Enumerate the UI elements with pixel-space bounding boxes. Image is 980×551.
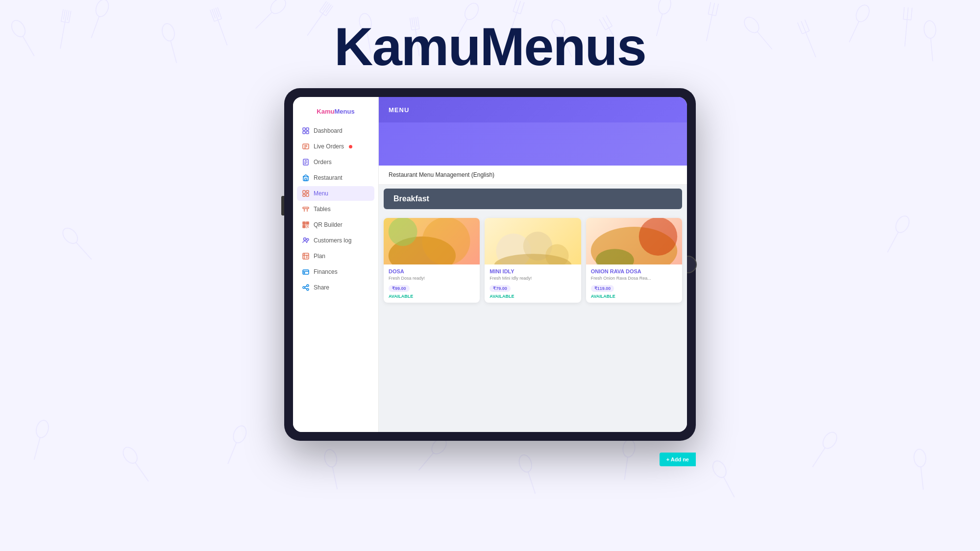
menu-item-card-rava-dosa[interactable]: ONION RAVA DOSA Fresh Onion Rava Dosa Re… <box>586 218 682 303</box>
orders-icon <box>302 143 310 150</box>
tablet-frame: KamuMenus Da <box>284 88 696 441</box>
svg-rect-129 <box>303 270 309 274</box>
menu-item-desc-idly: Fresh Mini Idly ready! <box>490 276 576 281</box>
svg-rect-91 <box>306 128 309 130</box>
menu-item-name-idly: MINI IDLY <box>490 268 576 274</box>
page-wrapper: KamuMenus KamuMenus <box>0 0 980 551</box>
clipboard-icon <box>302 158 310 166</box>
sidebar-item-menu[interactable]: Menu <box>297 186 374 201</box>
sidebar-logo: KamuMenus <box>293 105 378 123</box>
menu-item-price-rava-dosa: ₹119.00 <box>591 285 614 292</box>
sidebar-item-label-plan: Plan <box>314 253 325 260</box>
menu-item-info-rava-dosa: ONION RAVA DOSA Fresh Onion Rava Dosa Re… <box>586 264 682 303</box>
menu-item-status-idly: AVAILABLE <box>490 294 576 299</box>
sidebar-item-label-customers-log: Customers log <box>314 237 351 244</box>
svg-rect-115 <box>307 223 308 224</box>
tablet-power-button <box>281 196 284 216</box>
sidebar-item-orders[interactable]: Orders <box>297 155 374 169</box>
svg-point-123 <box>307 239 309 240</box>
menu-item-price-dosa: ₹99.00 <box>389 285 410 292</box>
menu-item-price-idly: ₹79.00 <box>490 285 511 292</box>
sidebar-item-label-restaurant: Restaurant <box>314 174 343 181</box>
building-icon <box>302 174 310 182</box>
menu-item-info-idly: MINI IDLY Fresh Mini Idly ready! ₹79.00 … <box>485 264 581 303</box>
sidebar-item-dashboard[interactable]: Dashboard <box>297 123 374 138</box>
sidebar-item-label-orders: Orders <box>314 159 332 166</box>
svg-rect-116 <box>304 226 305 227</box>
menu-item-image-idly <box>485 218 581 264</box>
svg-rect-114 <box>304 223 305 224</box>
sidebar-item-label-dashboard: Dashboard <box>314 127 343 134</box>
svg-rect-90 <box>303 128 305 130</box>
sidebar-item-tables[interactable]: Tables <box>297 202 374 216</box>
header-bar: MENU <box>379 97 687 122</box>
sidebar-item-customers-log[interactable]: Customers log <box>297 233 374 248</box>
menu-item-image-dosa <box>384 218 480 264</box>
sidebar-navigation: Dashboard Live Orders <box>293 123 378 295</box>
sidebar-item-finances[interactable]: Finances <box>297 264 374 279</box>
svg-point-122 <box>304 238 306 240</box>
menu-item-desc-dosa: Fresh Dosa ready! <box>389 276 475 281</box>
svg-rect-104 <box>303 191 305 193</box>
brand-title: KamuMenus <box>334 20 646 73</box>
header-sub-area: + Add ne <box>379 122 687 166</box>
menu-icon <box>302 190 310 197</box>
svg-point-134 <box>307 288 309 290</box>
category-header: Breakfast <box>384 189 682 209</box>
menu-item-desc-rava-dosa: Fresh Onion Rava Dosa Rea... <box>591 276 677 281</box>
menu-item-info-dosa: DOSA Fresh Dosa ready! ₹99.00 AVAILABLE <box>384 264 480 303</box>
svg-point-131 <box>304 272 305 273</box>
sidebar-item-qr-builder[interactable]: QR Builder <box>297 217 374 232</box>
menu-item-card-dosa[interactable]: DOSA Fresh Dosa ready! ₹99.00 AVAILABLE <box>384 218 480 303</box>
menu-item-card-idly[interactable]: MINI IDLY Fresh Mini Idly ready! ₹79.00 … <box>485 218 581 303</box>
plan-icon <box>302 252 310 260</box>
svg-rect-108 <box>303 207 309 209</box>
sidebar-item-label-live-orders: Live Orders <box>314 143 344 150</box>
users-icon <box>302 237 310 244</box>
sidebar-item-share[interactable]: Share <box>297 280 374 295</box>
menu-item-status-rava-dosa: AVAILABLE <box>591 294 677 299</box>
svg-rect-93 <box>306 131 309 134</box>
share-icon <box>302 284 310 291</box>
grid-icon <box>302 127 310 135</box>
sidebar-item-plan[interactable]: Plan <box>297 249 374 264</box>
header-title: MENU <box>389 106 409 114</box>
svg-rect-107 <box>306 193 309 196</box>
sidebar: KamuMenus Da <box>293 97 379 432</box>
sidebar-item-label-qr-builder: QR Builder <box>314 221 343 228</box>
svg-line-136 <box>305 288 307 289</box>
sidebar-item-label-tables: Tables <box>314 206 331 213</box>
main-content: MENU + Add ne Restaurant Menu Management… <box>379 97 687 432</box>
sidebar-logo-text: KamuMenus <box>317 108 354 115</box>
svg-rect-103 <box>305 179 307 181</box>
svg-rect-106 <box>303 194 305 196</box>
finances-icon <box>302 268 310 276</box>
sidebar-item-label-menu: Menu <box>314 190 328 197</box>
menu-item-name-dosa: DOSA <box>389 268 475 274</box>
svg-line-135 <box>305 286 307 287</box>
svg-point-133 <box>303 287 305 288</box>
sidebar-item-live-orders[interactable]: Live Orders <box>297 139 374 154</box>
qr-icon <box>302 221 310 229</box>
svg-rect-92 <box>303 131 305 134</box>
sidebar-item-restaurant[interactable]: Restaurant <box>297 170 374 185</box>
management-bar: Restaurant Menu Management (English) <box>379 166 687 185</box>
svg-point-132 <box>307 285 309 287</box>
tablet-screen: KamuMenus Da <box>293 97 687 432</box>
table-icon <box>302 205 310 213</box>
svg-rect-105 <box>306 191 309 192</box>
menu-item-status-dosa: AVAILABLE <box>389 294 475 299</box>
menu-item-name-rava-dosa: ONION RAVA DOSA <box>591 268 677 274</box>
content-area: Restaurant Menu Management (English) Bre… <box>379 166 687 432</box>
menu-items-grid: DOSA Fresh Dosa ready! ₹99.00 AVAILABLE … <box>379 213 687 308</box>
live-orders-dot <box>349 145 352 148</box>
sidebar-item-label-finances: Finances <box>314 268 338 275</box>
category-title: Breakfast <box>393 194 429 203</box>
sidebar-item-label-share: Share <box>314 284 329 291</box>
menu-item-image-rava-dosa <box>586 218 682 264</box>
